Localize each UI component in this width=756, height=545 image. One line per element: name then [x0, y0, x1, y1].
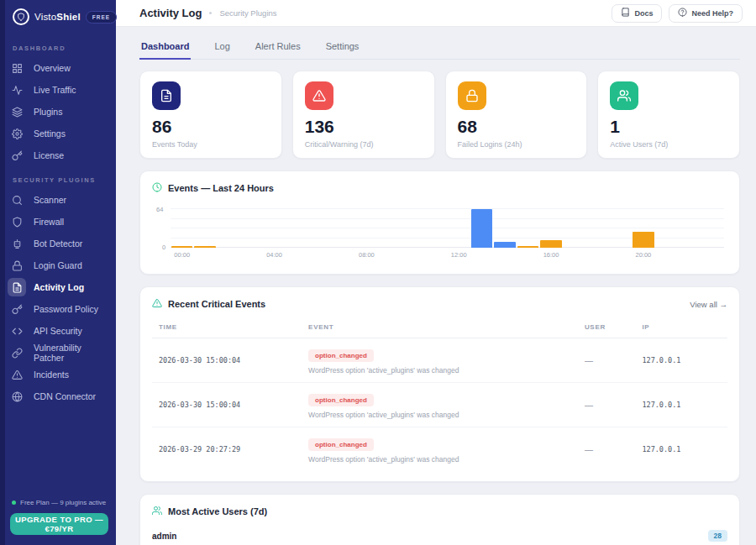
sidebar-item-settings[interactable]: Settings: [0, 123, 116, 144]
active-user-count-badge: 28: [708, 530, 727, 542]
sidebar: VistoShiel FREE DASHBOARDOverviewLive Tr…: [0, 0, 116, 545]
event-description: WordPress option 'active_plugins' was ch…: [308, 366, 571, 375]
event-description: WordPress option 'active_plugins' was ch…: [308, 411, 571, 419]
code-icon: [12, 326, 23, 337]
chart-xtick: 08:00: [359, 251, 375, 259]
alert-triangle-icon: [12, 369, 23, 380]
chart-bar-20:00[interactable]: [633, 232, 654, 248]
sidebar-item-password-policy[interactable]: Password Policy: [0, 298, 116, 320]
chart-bar-13:00[interactable]: [471, 209, 492, 248]
event-time: 2026-03-30 15:00:04: [152, 383, 302, 427]
activity-icon: [8, 81, 26, 99]
clock-icon: [152, 181, 162, 196]
sidebar-item-overview[interactable]: Overview: [0, 57, 116, 79]
event-ip: 127.0.0.1: [635, 383, 727, 427]
critical-events-card: Recent Critical Events View all → TIMEEV…: [139, 286, 740, 482]
chart-xtick: 20:00: [636, 251, 652, 259]
sidebar-item-activity-log[interactable]: Activity Log: [0, 276, 116, 298]
chart-bar-01:00[interactable]: [194, 246, 215, 248]
file-icon: [12, 282, 23, 293]
active-user-row: admin28: [152, 530, 727, 545]
layers-icon: [12, 107, 23, 118]
alert-triangle-icon: [312, 89, 326, 102]
gear-icon: [8, 124, 26, 143]
critical-events-title: Recent Critical Events: [168, 299, 265, 309]
shield-icon: [8, 212, 26, 231]
breadcrumb-separator: [209, 12, 212, 14]
help-circle-icon: [678, 8, 687, 17]
sidebar-item-label: Login Guard: [34, 260, 82, 270]
stat-card-active-users-7d: 1Active Users (7d): [597, 71, 740, 159]
shield-icon: [12, 217, 23, 228]
sidebar-item-label: CDN Connector: [34, 391, 96, 401]
tab-dashboard[interactable]: Dashboard: [139, 38, 191, 60]
chart-bar-14:00[interactable]: [494, 242, 515, 248]
lock-icon: [458, 81, 486, 110]
column-header-time: TIME: [152, 318, 302, 338]
sidebar-item-live-traffic[interactable]: Live Traffic: [0, 79, 116, 101]
critical-events-view-all-link[interactable]: View all →: [690, 300, 727, 309]
stat-card-failed-logins-24h: 68Failed Logins (24h): [445, 71, 588, 159]
sidebar-item-label: Vulnerability Patcher: [34, 343, 108, 363]
sidebar-item-label: Plugins: [34, 107, 62, 117]
key-icon: [12, 304, 23, 315]
sidebar-item-license[interactable]: License: [0, 144, 116, 166]
key-icon: [8, 146, 26, 165]
layers-icon: [8, 102, 26, 121]
grid-icon: [8, 59, 26, 77]
brand[interactable]: VistoShiel FREE: [0, 0, 116, 33]
critical-event-row: 2026-03-29 20:27:29option_changedWordPre…: [152, 427, 727, 472]
grid-icon: [12, 63, 23, 74]
sidebar-item-firewall[interactable]: Firewall: [0, 211, 116, 233]
users-icon: [617, 89, 631, 102]
event-ip: 127.0.0.1: [635, 427, 727, 472]
sidebar-item-label: Firewall: [34, 217, 64, 227]
globe-icon: [12, 391, 23, 402]
search-icon: [12, 195, 23, 206]
event-type-badge: option_changed: [308, 394, 374, 406]
critical-events-header: Recent Critical Events View all →: [152, 296, 727, 312]
users-icon: [610, 81, 638, 110]
chart-bar-00:00[interactable]: [171, 246, 192, 248]
sidebar-item-vulnerability-patcher[interactable]: Vulnerability Patcher: [0, 342, 116, 364]
active-users-card: Most Active Users (7d) admin28: [139, 494, 740, 545]
sidebar-item-plugins[interactable]: Plugins: [0, 101, 116, 123]
chart-bar-15:00[interactable]: [517, 246, 538, 248]
lock-icon: [465, 89, 479, 102]
chart-bar-slot: [632, 232, 654, 248]
stat-label: Critical/Warning (7d): [305, 140, 423, 149]
key-icon: [12, 150, 23, 161]
sidebar-item-label: Bot Detector: [34, 238, 82, 249]
help-circle-icon: [678, 8, 687, 18]
sidebar-item-label: API Security: [34, 326, 82, 336]
critical-events-table: TIMEEVENTUSERIP 2026-03-30 15:00:04optio…: [152, 318, 727, 471]
sidebar-item-scanner[interactable]: Scanner: [0, 189, 116, 211]
event-description: WordPress option 'active_plugins' was ch…: [308, 455, 571, 464]
tab-log[interactable]: Log: [213, 38, 231, 60]
chart-bars: [171, 209, 724, 248]
docs-button[interactable]: Docs: [612, 4, 662, 23]
alert-triangle-icon: [305, 81, 333, 110]
sidebar-item-login-guard[interactable]: Login Guard: [0, 254, 116, 276]
help-button[interactable]: Need Help?: [669, 4, 743, 23]
chart-bar-16:00[interactable]: [540, 240, 561, 248]
upgrade-button[interactable]: UPGRADE TO PRO — €79/YR: [10, 513, 108, 535]
tab-alert-rules[interactable]: Alert Rules: [254, 38, 302, 60]
event-user: —: [578, 338, 636, 383]
search-icon: [8, 191, 26, 209]
column-header-ip: IP: [635, 318, 727, 338]
sidebar-item-api-security[interactable]: API Security: [0, 320, 116, 342]
chart-ytick-max: 64: [156, 206, 163, 213]
breadcrumb-section: Security Plugins: [219, 8, 276, 18]
sidebar-item-bot-detector[interactable]: Bot Detector: [0, 233, 116, 254]
sidebar-item-cdn-connector[interactable]: CDN Connector: [0, 385, 116, 407]
chart-xtick: 00:00: [174, 251, 190, 259]
column-header-user: USER: [578, 318, 636, 338]
tab-settings[interactable]: Settings: [324, 38, 361, 60]
event-time: 2026-03-30 15:00:04: [152, 338, 302, 383]
chart-card-header: Events — Last 24 Hours: [152, 181, 727, 196]
event-user: —: [578, 383, 636, 427]
sidebar-item-incidents[interactable]: Incidents: [0, 364, 116, 385]
clock-icon: [152, 182, 162, 192]
bot-icon: [8, 234, 26, 253]
